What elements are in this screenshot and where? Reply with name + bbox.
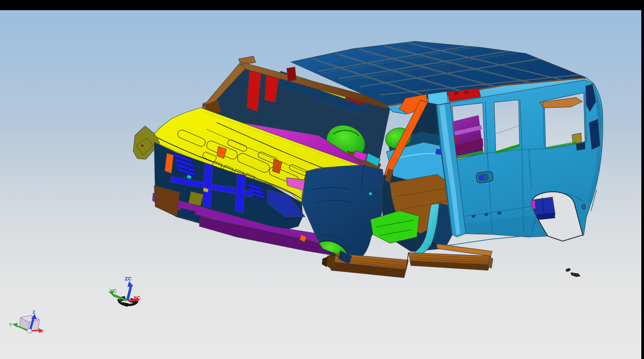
header-red-patch[interactable] xyxy=(287,67,296,81)
red-strip-detail xyxy=(454,92,459,95)
quarter-window[interactable] xyxy=(540,93,585,150)
fender-cap-dot xyxy=(141,145,143,147)
red-strip-detail xyxy=(464,90,469,93)
fender-hole xyxy=(374,191,377,194)
top-letterbox-bar xyxy=(0,0,644,10)
wcs-yc-label: YC xyxy=(110,288,117,294)
right-letterbox-bar xyxy=(641,0,644,359)
grille-column-2[interactable] xyxy=(235,173,245,213)
datum-z-label: Z xyxy=(33,310,35,315)
cad-viewport[interactable]: ZC YC XC Z Y X xyxy=(0,0,644,359)
rear-door-window[interactable] xyxy=(452,103,485,160)
debris-red-dot xyxy=(577,275,578,276)
datum-origin-ball[interactable] xyxy=(27,329,32,334)
door-handle-recess[interactable] xyxy=(476,171,494,183)
datum-y-label: Y xyxy=(9,322,12,327)
third-window[interactable] xyxy=(494,100,520,154)
corner-hole xyxy=(582,205,585,209)
debris-red-dot xyxy=(573,273,574,275)
wcs-xc-label: XC xyxy=(134,295,141,300)
wcs-zc-label: ZC xyxy=(125,276,132,281)
grille-column-1[interactable] xyxy=(203,163,213,208)
fender-teal-dot xyxy=(369,192,372,195)
datum-x-label: X xyxy=(40,329,43,334)
